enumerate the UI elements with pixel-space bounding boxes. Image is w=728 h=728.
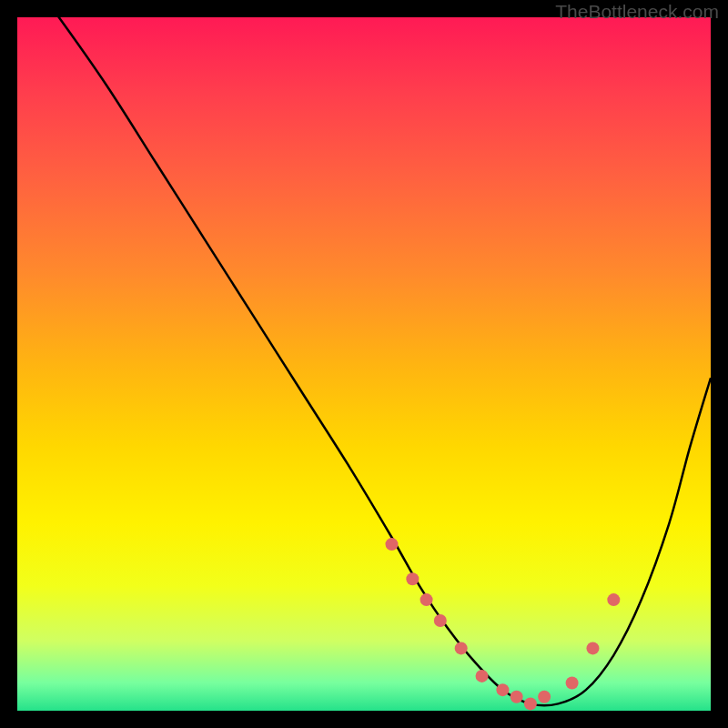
- highlight-marker: [385, 538, 398, 551]
- highlight-marker: [607, 593, 620, 606]
- highlight-marker: [566, 677, 579, 690]
- highlight-marker: [538, 691, 551, 703]
- highlight-markers: [385, 538, 620, 710]
- highlight-marker: [434, 614, 447, 627]
- highlight-marker: [496, 683, 509, 696]
- highlight-marker: [420, 593, 433, 606]
- plot-frame: [17, 17, 711, 711]
- highlight-marker: [586, 642, 599, 654]
- highlight-marker: [476, 670, 489, 682]
- highlight-marker: [406, 572, 419, 585]
- bottleneck-curve-svg: [17, 17, 711, 711]
- highlight-marker: [511, 691, 523, 703]
- bottleneck-curve-path: [17, 0, 711, 705]
- highlight-marker: [524, 697, 537, 710]
- attribution-text: TheBottleneck.com: [555, 0, 719, 21]
- highlight-marker: [455, 642, 468, 654]
